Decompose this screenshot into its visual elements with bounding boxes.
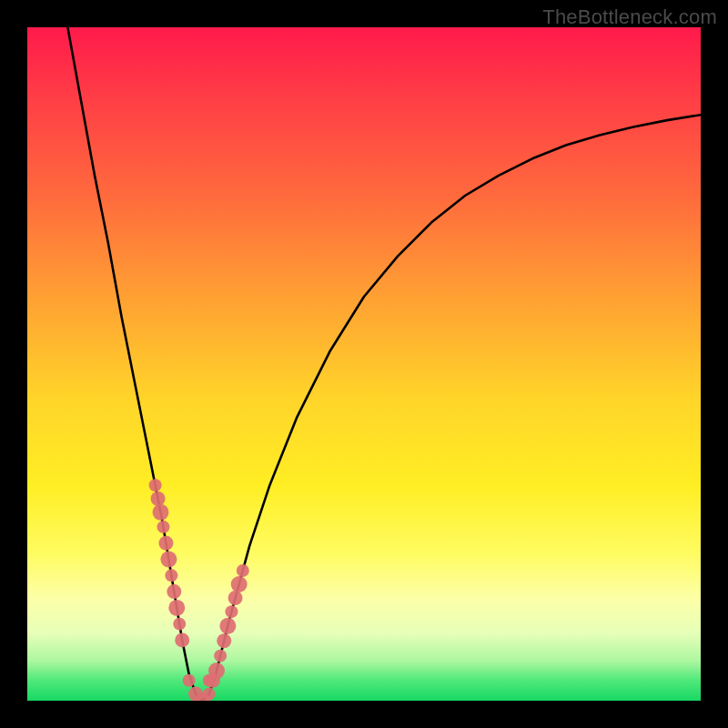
data-marker (158, 536, 173, 551)
data-marker (167, 584, 181, 599)
data-marker (175, 632, 189, 647)
data-marker (151, 491, 166, 506)
data-marker (203, 688, 216, 701)
chart-svg (27, 27, 701, 701)
data-marker (160, 551, 177, 568)
data-marker (214, 650, 227, 662)
data-marker (183, 674, 196, 687)
data-marker (208, 662, 225, 679)
watermark-text: TheBottleneck.com (542, 5, 717, 29)
data-marker (157, 521, 169, 533)
plot-area (27, 27, 701, 701)
data-marker (168, 600, 185, 616)
data-marker (173, 618, 186, 631)
data-marker (217, 633, 231, 648)
data-marker (231, 576, 248, 592)
data-marker (165, 569, 177, 581)
data-marker (237, 564, 249, 577)
data-marker (149, 479, 162, 491)
data-marker (219, 618, 236, 634)
data-marker (153, 504, 169, 521)
data-marker (228, 591, 243, 605)
bottleneck-curve (67, 27, 701, 701)
marker-layer (149, 479, 249, 701)
data-marker (225, 605, 238, 618)
chart-frame: TheBottleneck.com (0, 0, 728, 728)
